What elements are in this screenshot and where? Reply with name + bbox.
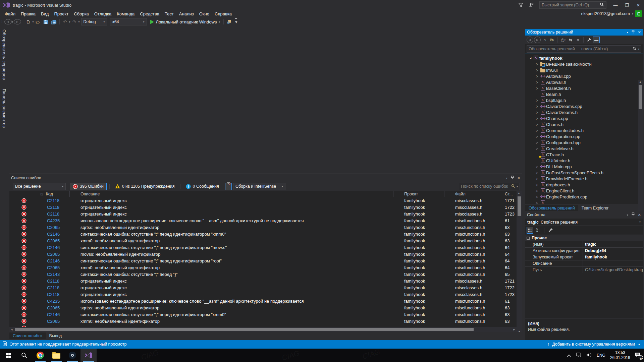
tree-collapsed-icon[interactable]: ▷ (535, 171, 539, 174)
tab-team-explorer[interactable]: Team Explorer (578, 205, 612, 212)
error-row[interactable]: C2146синтаксическая ошибка: отсутствие "… (9, 257, 522, 264)
pin-icon[interactable] (511, 176, 514, 181)
tree-vertical-scrollbar[interactable]: ▲ ▼ (638, 80, 643, 229)
error-code-link[interactable]: C2146 (32, 232, 70, 237)
new-project-icon[interactable]: 🗋 (25, 18, 32, 25)
account-area[interactable]: ekspert20013@gmail.com ▾ E (581, 10, 642, 17)
menu-Команда[interactable]: Команда (114, 11, 137, 17)
error-code-link[interactable]: C2118 (32, 292, 70, 297)
properties-object-combobox[interactable]: tragic Свойства решения ▾ (525, 219, 643, 226)
error-row[interactable]: C2065xmm0: необъявленный идентификаторfa… (9, 318, 522, 324)
tree-collapsed-icon[interactable]: ▷ (535, 195, 539, 198)
error-code-link[interactable]: C4235 (32, 218, 70, 223)
property-row[interactable]: ПутьC:\Users\lolzgood\Desktop\trag (525, 267, 643, 273)
tab-solution-explorer[interactable]: Обозреватель решений (525, 205, 578, 212)
pending-changes-icon[interactable]: ◷▾ (560, 37, 567, 43)
avatar[interactable]: E (635, 10, 642, 17)
nav-back-icon[interactable]: ◄ (527, 37, 533, 43)
tab-toolbox[interactable]: Панель элементов (0, 85, 8, 133)
menu-Правка[interactable]: Правка (18, 11, 38, 17)
tab-server-explorer[interactable]: Обозреватель серверов (0, 26, 8, 85)
platform-combobox[interactable]: x64▾ (110, 18, 147, 25)
error-code-link[interactable]: C2146 (32, 258, 70, 263)
close-icon[interactable]: ✕ (638, 30, 641, 35)
menu-Анализ[interactable]: Анализ (176, 11, 197, 17)
start-debugging-button[interactable]: Локальный отладчик Windows ▾ (150, 19, 220, 24)
nav-forward-icon[interactable]: ► (534, 37, 541, 43)
tree-item[interactable]: ▷Внешние зависимости (525, 61, 643, 67)
toolbar-overflow-icon[interactable]: ▾▔ (233, 18, 241, 25)
error-row[interactable]: C2065sqrtss: необъявленный идентификатор… (9, 304, 522, 311)
tree-collapsed-icon[interactable]: ▷ (535, 117, 539, 120)
error-code-link[interactable]: C4235 (32, 299, 70, 304)
tree-collapsed-icon[interactable]: ▷ (535, 141, 539, 144)
column-project[interactable]: Проект (393, 191, 444, 197)
pin-icon[interactable] (632, 213, 635, 218)
close-button[interactable]: ✕ (633, 1, 644, 9)
error-code-link[interactable]: C2065 (32, 265, 70, 270)
properties-wrench-icon[interactable] (586, 37, 592, 43)
tree-item[interactable]: ▷hDrawModelExecute.h (525, 176, 643, 182)
save-all-icon[interactable] (50, 18, 58, 25)
navigate-back-icon[interactable]: ◄ (4, 19, 12, 24)
warnings-filter-button[interactable]: 0 из 1105 Предупреждения (112, 183, 177, 190)
tree-collapsed-icon[interactable]: ▷ (535, 75, 539, 78)
navigate-forward-icon[interactable]: ► (14, 19, 21, 24)
error-code-link[interactable]: C2146 (32, 245, 70, 250)
column-code[interactable]: ◳Код (32, 191, 70, 197)
property-row[interactable]: Описание (525, 260, 643, 267)
notifications-icon[interactable] (526, 1, 536, 9)
error-row[interactable]: C2065xmm0: необъявленный идентификаторfa… (9, 264, 522, 271)
tree-item[interactable]: ▷✛✛Chams.cpp (525, 115, 643, 121)
close-icon[interactable]: ✕ (517, 176, 520, 180)
collapse-icon[interactable]: − (527, 237, 530, 240)
menu-Окно[interactable]: Окно (197, 11, 212, 17)
property-value[interactable]: familyhook (583, 254, 643, 260)
network-icon[interactable] (576, 353, 582, 358)
tree-item[interactable]: hCTrace.h (525, 152, 643, 158)
chevron-down-icon[interactable]: ▾ (638, 48, 639, 51)
solution-search-input[interactable]: Обозреватель решений — поиск (Ctrl+ж) ▾ (527, 45, 641, 53)
feedback-icon[interactable] (516, 1, 526, 9)
menu-Файл[interactable]: Файл (2, 11, 18, 17)
error-row[interactable]: C2065sqrtss: необъявленный идентификатор… (9, 224, 522, 231)
scope-combobox[interactable]: Все решение▾ (13, 183, 66, 190)
tree-collapsed-icon[interactable]: ▷ (535, 129, 539, 132)
window-position-icon[interactable]: ▾ (506, 177, 507, 180)
add-to-source-control-button[interactable]: ↑ Добавить в систему управления версиями… (547, 342, 641, 347)
sync-with-active-icon[interactable]: ⇆ (567, 37, 574, 43)
collapse-all-icon[interactable]: ⧈ (575, 37, 581, 43)
minimize-button[interactable]: — (610, 1, 621, 9)
start-button[interactable] (0, 349, 16, 362)
error-code-link[interactable]: C2118 (32, 205, 70, 210)
tree-expanded-icon[interactable]: ◢ (528, 57, 533, 60)
tree-collapsed-icon[interactable]: ▷ (535, 105, 539, 108)
action-center-icon[interactable]: 1 (635, 352, 641, 358)
undo-icon[interactable]: ↶ (61, 18, 69, 25)
tree-item[interactable]: ▷✛✛DLLMain.cpp (525, 164, 643, 170)
tree-collapsed-icon[interactable]: ▷ (535, 165, 539, 168)
property-value[interactable] (583, 260, 643, 266)
switch-views-icon[interactable]: ⧉▾ (549, 37, 555, 43)
error-code-link[interactable]: C2065 (32, 305, 70, 310)
property-value[interactable]: tragic (583, 241, 643, 247)
tree-collapsed-icon[interactable]: ▷ (535, 189, 539, 192)
property-value[interactable]: C:\Users\lolzgood\Desktop\trag (583, 267, 643, 273)
tree-collapsed-icon[interactable]: ▷ (535, 135, 539, 138)
error-code-link[interactable]: C2065 (32, 238, 70, 243)
error-code-link[interactable]: C2118 (32, 279, 70, 284)
attach-to-process-icon[interactable] (225, 18, 233, 25)
toolbar-drag-handle[interactable]: ⁞ (1, 20, 3, 23)
save-icon[interactable] (42, 18, 50, 25)
tree-collapsed-icon[interactable]: ▷ (535, 147, 539, 150)
error-search-input[interactable]: Поиск по списку ошибок ▾ (459, 183, 520, 190)
tray-chevron-up-icon[interactable] (567, 353, 571, 358)
tree-item[interactable]: ▷h (525, 200, 643, 204)
alphabetical-sort-icon[interactable]: АЯ↓ (535, 227, 541, 234)
error-code-link[interactable]: C2143 (32, 272, 70, 277)
menu-Отладка[interactable]: Отладка (92, 11, 114, 17)
tree-item[interactable]: ▷✛✛EnginePrediction.cpp (525, 194, 643, 200)
tree-collapsed-icon[interactable]: ▷ (535, 69, 539, 72)
tree-item[interactable]: ▷ImGui (525, 67, 643, 73)
tree-item[interactable]: ◢familyhook (525, 55, 643, 61)
